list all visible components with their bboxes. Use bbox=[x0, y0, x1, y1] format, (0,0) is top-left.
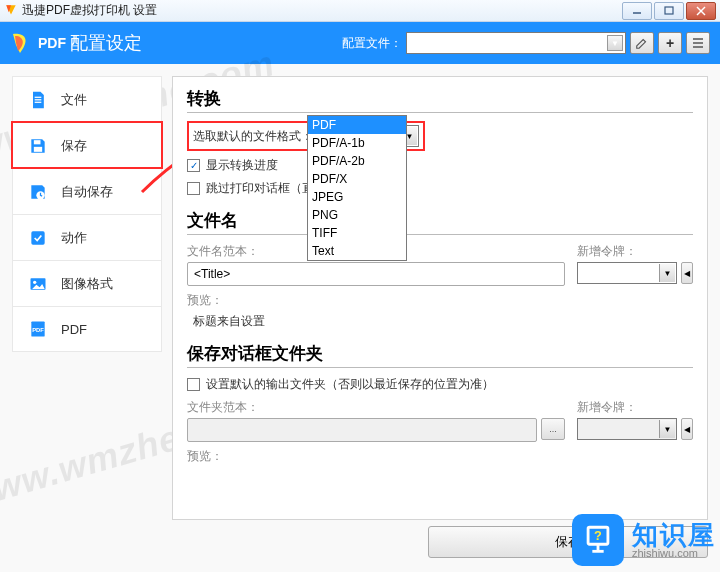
format-option[interactable]: PDF bbox=[308, 116, 406, 134]
header-title: 配置设定 bbox=[70, 31, 142, 55]
sidebar-item-actions[interactable]: 动作 bbox=[12, 214, 162, 260]
list-config-button[interactable] bbox=[686, 32, 710, 54]
chevron-down-icon: ▼ bbox=[659, 264, 675, 282]
svg-text:?: ? bbox=[594, 528, 602, 543]
filename-preview-label: 预览： bbox=[187, 292, 693, 309]
folder-template-label: 文件夹范本： bbox=[187, 399, 565, 416]
window-title: 迅捷PDF虚拟打印机 设置 bbox=[22, 2, 157, 19]
folder-template-input[interactable] bbox=[187, 418, 537, 442]
zhishiwu-badge: ? 知识屋 zhishiwu.com bbox=[572, 514, 716, 566]
show-progress-checkbox[interactable]: ✓ bbox=[187, 159, 200, 172]
svg-rect-8 bbox=[35, 99, 42, 100]
svg-rect-10 bbox=[34, 140, 41, 144]
set-default-folder-label: 设置默认的输出文件夹（否则以最近保存的位置为准） bbox=[206, 376, 494, 393]
add-config-button[interactable]: + bbox=[658, 32, 682, 54]
skip-dialog-label: 跳过打印对话框（直 bbox=[206, 180, 314, 197]
window-titlebar: 迅捷PDF虚拟打印机 设置 bbox=[0, 0, 720, 22]
svg-point-15 bbox=[33, 280, 36, 283]
sidebar-item-label: 保存 bbox=[61, 137, 87, 155]
svg-rect-9 bbox=[35, 101, 42, 102]
chevron-down-icon: ▼ bbox=[607, 35, 623, 51]
section-savefolder-heading: 保存对话框文件夹 bbox=[187, 342, 693, 368]
folder-token-label: 新增令牌： bbox=[577, 399, 693, 416]
config-file-label: 配置文件： bbox=[342, 35, 402, 52]
zhishiwu-title: 知识屋 bbox=[632, 522, 716, 548]
action-icon bbox=[27, 227, 49, 249]
sidebar: 文件 保存 自动保存 动作 图像格式 PDF PDF bbox=[12, 76, 162, 352]
app-logo: PDF bbox=[10, 31, 66, 55]
browse-folder-button[interactable]: … bbox=[541, 418, 565, 440]
sidebar-item-label: PDF bbox=[61, 322, 87, 337]
svg-rect-11 bbox=[34, 146, 42, 151]
save-icon bbox=[27, 135, 49, 157]
folder-preview-label: 预览： bbox=[187, 448, 693, 465]
show-progress-label: 显示转换进度 bbox=[206, 157, 278, 174]
format-dropdown[interactable]: PDF PDF/A-1b PDF/A-2b PDF/X JPEG PNG TIF… bbox=[307, 115, 407, 261]
sidebar-item-autosave[interactable]: 自动保存 bbox=[12, 168, 162, 214]
config-file-select[interactable]: <默认配置> ▼ bbox=[406, 32, 626, 54]
section-filename-heading: 文件名 bbox=[187, 209, 693, 235]
sidebar-item-pdf[interactable]: PDF PDF bbox=[12, 306, 162, 352]
edit-config-button[interactable] bbox=[630, 32, 654, 54]
format-option[interactable]: Text bbox=[308, 242, 406, 260]
filename-template-input[interactable]: <Title> bbox=[187, 262, 565, 286]
image-icon bbox=[27, 273, 49, 295]
format-option[interactable]: PDF/A-1b bbox=[308, 134, 406, 152]
section-convert-heading: 转换 bbox=[187, 87, 693, 113]
file-icon bbox=[27, 89, 49, 111]
zhishiwu-icon: ? bbox=[572, 514, 624, 566]
chevron-down-icon: ▼ bbox=[659, 420, 675, 438]
set-default-folder-checkbox[interactable] bbox=[187, 378, 200, 391]
folder-add-token-button[interactable]: ◀ bbox=[681, 418, 693, 440]
format-option[interactable]: TIFF bbox=[308, 224, 406, 242]
format-label: 选取默认的文件格式： bbox=[193, 128, 313, 145]
config-selected-text: <默认配置> bbox=[411, 35, 473, 52]
sidebar-item-save[interactable]: 保存 bbox=[12, 122, 162, 168]
filename-token-select[interactable]: ▼ bbox=[577, 262, 677, 284]
app-header: PDF 配置设定 配置文件： <默认配置> ▼ + bbox=[0, 22, 720, 64]
minimize-button[interactable] bbox=[622, 2, 652, 20]
sidebar-item-label: 动作 bbox=[61, 229, 87, 247]
pdf-icon: PDF bbox=[27, 318, 49, 340]
svg-rect-7 bbox=[35, 96, 42, 97]
filename-preview-value: 标题来自设置 bbox=[187, 311, 693, 332]
logo-pdf-text: PDF bbox=[38, 35, 66, 51]
feather-icon bbox=[10, 31, 34, 55]
svg-text:PDF: PDF bbox=[32, 327, 44, 333]
format-option[interactable]: JPEG bbox=[308, 188, 406, 206]
zhishiwu-url: zhishiwu.com bbox=[632, 548, 716, 559]
filename-add-token-button[interactable]: ◀ bbox=[681, 262, 693, 284]
close-button[interactable] bbox=[686, 2, 716, 20]
sidebar-item-label: 图像格式 bbox=[61, 275, 113, 293]
main-panel: 转换 选取默认的文件格式： PDF ▼ ✓ 显示转换进度 跳过打印对话框（直 P… bbox=[172, 76, 708, 520]
format-option[interactable]: PDF/X bbox=[308, 170, 406, 188]
sidebar-item-label: 文件 bbox=[61, 91, 87, 109]
autosave-icon bbox=[27, 181, 49, 203]
svg-rect-13 bbox=[31, 231, 44, 244]
svg-rect-1 bbox=[665, 7, 673, 14]
folder-token-select[interactable]: ▼ bbox=[577, 418, 677, 440]
format-option[interactable]: PNG bbox=[308, 206, 406, 224]
sidebar-item-imageformat[interactable]: 图像格式 bbox=[12, 260, 162, 306]
skip-dialog-checkbox[interactable] bbox=[187, 182, 200, 195]
sidebar-item-file[interactable]: 文件 bbox=[12, 76, 162, 122]
format-option[interactable]: PDF/A-2b bbox=[308, 152, 406, 170]
app-icon bbox=[4, 4, 18, 18]
maximize-button[interactable] bbox=[654, 2, 684, 20]
sidebar-item-label: 自动保存 bbox=[61, 183, 113, 201]
filename-token-label: 新增令牌： bbox=[577, 243, 693, 260]
